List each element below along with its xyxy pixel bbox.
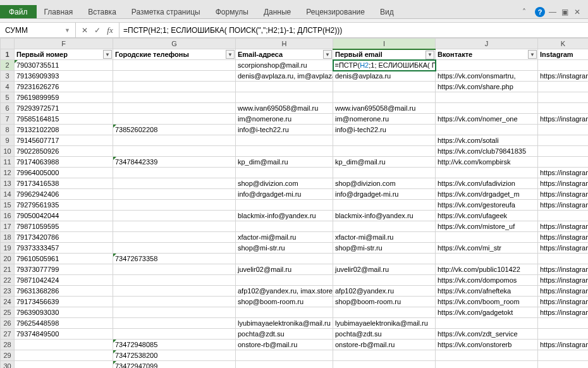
cell[interactable]: https://instagram.com [538,232,589,243]
cell[interactable]: xfactor-mi@mail.ru [236,232,333,243]
accept-formula-icon[interactable]: ✓ [92,25,102,35]
row-header[interactable]: 7 [1,114,15,125]
cell[interactable]: https://instagram.com [538,221,589,232]
cell[interactable]: onstore-rb@mail.ru [236,340,333,350]
file-tab[interactable]: Файл [0,5,37,18]
tab-layout[interactable]: Разметка страницы [124,5,208,18]
cell[interactable] [333,361,436,369]
cell[interactable] [113,329,236,340]
cell[interactable] [113,103,236,114]
row-header[interactable]: 17 [1,221,15,232]
col-header-K[interactable]: K [538,39,589,49]
cell[interactable] [113,168,236,178]
row-header[interactable]: 4 [1,82,15,92]
filter-dropdown-icon[interactable]: ▼ [426,51,434,59]
cell[interactable]: juvelir02@mail.ru [236,264,333,275]
cell[interactable]: https://vk.com/boom_room [436,297,538,307]
cell[interactable]: shop@mi-str.ru [236,243,333,254]
row-header[interactable]: 20 [1,254,15,264]
row-header[interactable]: 9 [1,135,15,146]
cell[interactable]: 79145607717 [15,135,113,146]
cell[interactable]: https://vk.com/onsmartru, [436,71,538,82]
cell[interactable]: denis@avplaza.ru [333,71,436,82]
cell[interactable] [113,135,236,146]
cell[interactable]: im@nomerone.ru [333,114,436,125]
cell[interactable] [113,200,236,211]
row-header[interactable]: 5 [1,92,15,103]
cell[interactable] [436,60,538,71]
cell[interactable]: 79231626276 [15,82,113,92]
col-header-I[interactable]: I [333,39,436,49]
cell[interactable]: https://vk.com/zdt_service [436,329,538,340]
cell[interactable]: Instagram [538,49,589,60]
cell[interactable]: info@drgadget-mi.ru [333,189,436,200]
minimize-ribbon-icon[interactable]: ˄ [522,8,531,16]
cell[interactable]: 79173420786 [15,232,113,243]
cell[interactable]: shop@divizion.com [236,178,333,189]
cell[interactable] [236,200,333,211]
cell[interactable]: xfactor-mi@mail.ru [333,232,436,243]
cell[interactable]: 79619899959 [15,92,113,103]
cell[interactable] [436,254,538,264]
cell[interactable] [333,350,436,361]
row-header[interactable]: 8 [1,125,15,135]
cell[interactable] [538,103,589,114]
cell[interactable] [333,82,436,92]
cell[interactable]: 79374849500 [15,329,113,340]
cell[interactable]: 79631368286 [15,286,113,297]
cell[interactable]: 79173416538 [15,178,113,189]
cell[interactable] [538,318,589,329]
cell[interactable] [538,157,589,168]
cell[interactable] [113,243,236,254]
cell[interactable]: 79964005000 [15,168,113,178]
cell[interactable] [236,135,333,146]
row-header[interactable]: 18 [1,232,15,243]
row-header[interactable]: 6 [1,103,15,114]
cell[interactable] [333,168,436,178]
cell[interactable]: 79871059595 [15,221,113,232]
cell[interactable] [333,135,436,146]
cell[interactable]: https://instagram.com [538,168,589,178]
filter-dropdown-icon[interactable]: ▼ [226,50,235,59]
row-header[interactable]: 25 [1,307,15,318]
cell[interactable] [236,350,333,361]
cell[interactable] [113,189,236,200]
cell[interactable]: juvelir02@mail.ru [333,264,436,275]
cell[interactable] [538,60,589,71]
cell[interactable]: 79625448598 [15,318,113,329]
cell[interactable] [113,318,236,329]
row-header[interactable]: 16 [1,211,15,221]
row-header[interactable]: 13 [1,178,15,189]
spreadsheet-grid[interactable]: F G H I J K 1 Первый номер▼ Городские те… [0,38,588,368]
cell[interactable]: www.ivan695058@mail.ru [236,103,333,114]
cell[interactable]: blackmix-info@yandex.ru [236,211,333,221]
cell[interactable]: https://instagram.com [538,286,589,297]
cell[interactable]: https://vk.com/club79841835 [436,146,538,157]
cell[interactable] [538,254,589,264]
cell[interactable] [236,254,333,264]
cell[interactable]: 73472673358 [113,254,236,264]
cell[interactable]: info@drgadget-mi.ru [236,189,333,200]
cell[interactable]: Email-адреса▼ [236,49,333,60]
cell[interactable] [113,92,236,103]
cell[interactable]: www.ivan695058@mail.ru [333,103,436,114]
cell[interactable] [436,103,538,114]
cell[interactable]: kp_dim@mail.ru [333,157,436,168]
cell[interactable]: 79174063988 [15,157,113,168]
cell[interactable]: lyubimayaelektronika@mail.ru [333,318,436,329]
cell[interactable]: https://vk.com/gestoreufa [436,200,538,211]
cell[interactable] [236,82,333,92]
cell[interactable] [113,264,236,275]
cell[interactable] [436,125,538,135]
cell[interactable]: https://instagram.com [538,114,589,125]
row-header[interactable]: 29 [1,350,15,361]
cell[interactable] [15,350,113,361]
cell[interactable]: 79373077799 [15,264,113,275]
row-header[interactable]: 2 [1,60,15,71]
cell[interactable] [113,82,236,92]
cell[interactable]: 79962942406 [15,189,113,200]
cell[interactable]: =ПСТР(H2;1; ЕСЛИОШИБКА( ПОИСК(",";H2;1)-… [333,60,436,71]
cell[interactable] [113,146,236,157]
cell[interactable] [113,232,236,243]
cell[interactable]: https://vk.com/onstorerb [436,340,538,350]
